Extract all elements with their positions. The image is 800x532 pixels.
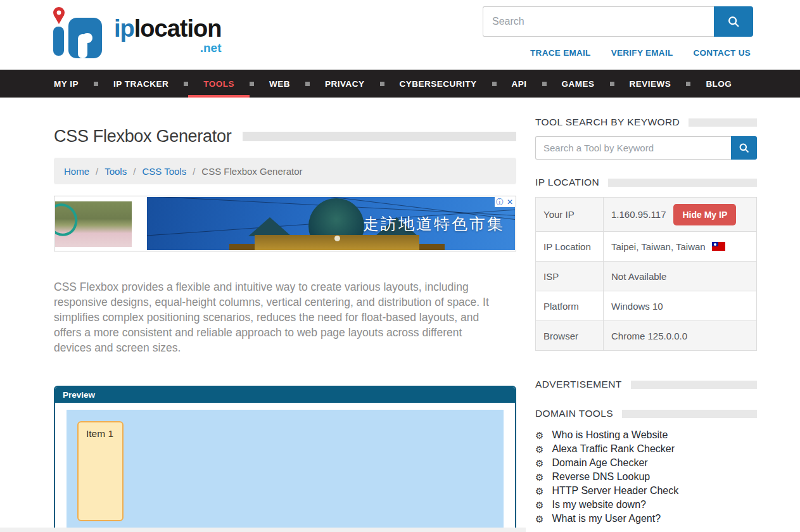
list-item-http-header[interactable]: ⚙ HTTP Server Header Check (535, 484, 757, 498)
row-value: Taipei, Taiwan, Taiwan (604, 232, 757, 262)
row-label: ISP (536, 262, 604, 291)
nav-separator (542, 82, 547, 86)
site-logo[interactable]: iplocation .net (49, 5, 221, 60)
page-title-row: CSS Flexbox Generator (54, 127, 516, 146)
list-item-who-is-hosting[interactable]: ⚙ Who is Hosting a Website (535, 428, 757, 442)
site-header: iplocation .net TRACE EMAIL VERIFY EMAIL… (0, 0, 800, 70)
row-label: IP Location (536, 232, 604, 262)
ad-graphic-roof (248, 217, 291, 236)
gear-icon: ⚙ (535, 445, 543, 454)
row-value: Not Available (604, 262, 757, 291)
row-value: Windows 10 (604, 291, 757, 321)
table-row: Browser Chrome 125.0.0.0 (536, 321, 757, 351)
nav-separator (305, 82, 310, 86)
tool-search-button[interactable] (731, 136, 757, 160)
logo-text-tld: .net (114, 42, 221, 54)
table-row: ISP Not Available (536, 262, 757, 291)
tool-search-heading-row: TOOL SEARCH BY KEYWORD (535, 117, 757, 128)
logo-text-location: location (134, 15, 222, 42)
nav-separator (380, 82, 384, 86)
tool-description: CSS Flexbox provides a flexible and intu… (54, 279, 501, 355)
list-item-label: Alexa Traffic Rank Checker (552, 443, 675, 455)
row-value: Chrome 125.0.0.0 (604, 321, 757, 351)
table-row: IP Location Taipei, Taiwan, Taiwan (536, 232, 757, 262)
table-row: Your IP 1.160.95.117 Hide My IP (536, 198, 757, 232)
verify-email-link[interactable]: VERIFY EMAIL (611, 48, 673, 58)
main-nav: MY IP IP TRACKER TOOLS WEB PRIVACY CYBER… (0, 70, 800, 98)
preview-panel: Preview Item 1 (54, 386, 516, 532)
tool-search-heading: TOOL SEARCH BY KEYWORD (535, 117, 680, 128)
nav-separator (250, 82, 254, 86)
header-links: TRACE EMAIL VERIFY EMAIL CONTACT US (530, 48, 751, 58)
nav-item-my-ip[interactable]: MY IP (54, 70, 94, 98)
logo-wordmark: iplocation .net (114, 16, 221, 54)
row-label: Your IP (536, 198, 604, 232)
nav-item-web[interactable]: WEB (254, 70, 305, 98)
nav-item-reviews[interactable]: REVIEWS (614, 70, 687, 98)
domain-tools-list: ⚙ Who is Hosting a Website ⚙ Alexa Traff… (535, 428, 757, 526)
row-label: Browser (536, 321, 604, 351)
header-search-input[interactable] (483, 6, 714, 37)
header-search-button[interactable] (714, 6, 753, 37)
ip-location-value: Taipei, Taiwan, Taiwan (611, 241, 706, 252)
list-item-reverse-dns[interactable]: ⚙ Reverse DNS Lookup (535, 470, 757, 484)
heading-decoration-bar (689, 118, 757, 127)
breadcrumb-current: CSS Flexbox Generator (201, 166, 302, 177)
nav-item-blog[interactable]: BLOG (690, 70, 747, 98)
header-search (483, 6, 753, 37)
breadcrumb-separator: / (193, 166, 195, 177)
list-item-user-agent[interactable]: ⚙ What is my User Agent? (535, 512, 757, 526)
table-row: Platform Windows 10 (536, 291, 757, 321)
advertisement-heading: ADVERTISEMENT (535, 379, 622, 390)
domain-tools-heading-row: DOMAIN TOOLS (535, 408, 757, 419)
gear-icon: ⚙ (535, 472, 543, 482)
ad-banner[interactable]: 走訪地道特色市集 ⓘ ✕ (54, 196, 516, 251)
list-item-label: Is my website down? (552, 499, 646, 510)
ad-close-icon[interactable]: ✕ (505, 197, 515, 207)
hide-my-ip-button[interactable]: Hide My IP (673, 204, 736, 225)
breadcrumb-separator: / (96, 166, 98, 177)
preview-body: Item 1 (55, 403, 515, 532)
trace-email-link[interactable]: TRACE EMAIL (530, 48, 591, 58)
domain-tools-heading: DOMAIN TOOLS (535, 408, 613, 419)
advertisement-heading-row: ADVERTISEMENT (535, 379, 757, 390)
list-item-website-down[interactable]: ⚙ Is my website down? (535, 498, 757, 512)
contact-us-link[interactable]: CONTACT US (694, 48, 751, 58)
nav-item-api[interactable]: API (497, 70, 542, 98)
heading-decoration-bar (622, 410, 757, 418)
list-item-label: What is my User Agent? (552, 513, 661, 524)
flexbox-preview-item: Item 1 (77, 421, 124, 521)
heading-decoration-bar (631, 381, 757, 389)
footer-edge (0, 528, 526, 532)
nav-separator (686, 82, 690, 86)
tool-search-input[interactable] (535, 136, 731, 160)
nav-item-games[interactable]: GAMES (547, 70, 610, 98)
breadcrumb-separator: / (133, 166, 136, 177)
search-icon (738, 142, 750, 154)
breadcrumb-tools[interactable]: Tools (105, 166, 127, 177)
ip-location-heading-row: IP LOCATION (535, 177, 757, 188)
ad-headline: 走訪地道特色市集 (363, 213, 505, 234)
ad-thumbnail-image[interactable] (55, 201, 132, 247)
ip-location-table: Your IP 1.160.95.117 Hide My IP IP Locat… (535, 197, 757, 351)
breadcrumb-css-tools[interactable]: CSS Tools (142, 166, 186, 177)
list-item-alexa-rank[interactable]: ⚙ Alexa Traffic Rank Checker (535, 442, 757, 456)
ad-main-image[interactable]: 走訪地道特色市集 (147, 197, 515, 250)
list-item-label: Domain Age Checker (552, 457, 647, 469)
nav-item-tools[interactable]: TOOLS (188, 70, 250, 98)
main-content: CSS Flexbox Generator Home / Tools / CSS… (0, 98, 800, 532)
gear-icon: ⚙ (535, 431, 543, 440)
nav-item-ip-tracker[interactable]: IP TRACKER (98, 70, 184, 98)
ad-thumbnail-graphic (55, 201, 83, 241)
sidebar: TOOL SEARCH BY KEYWORD IP LOCATION Your … (535, 98, 757, 532)
list-item-label: Reverse DNS Lookup (552, 471, 650, 483)
nav-item-cybersecurity[interactable]: CYBERSECURITY (384, 70, 492, 98)
row-value: 1.160.95.117 Hide My IP (604, 198, 757, 232)
logo-text-ip: ip (114, 15, 134, 42)
search-icon (727, 15, 740, 28)
adchoices-info-icon[interactable]: ⓘ (495, 197, 505, 207)
ip-location-heading: IP LOCATION (535, 177, 599, 188)
nav-item-privacy[interactable]: PRIVACY (310, 70, 380, 98)
breadcrumb-home[interactable]: Home (64, 166, 89, 177)
list-item-domain-age[interactable]: ⚙ Domain Age Checker (535, 456, 757, 470)
